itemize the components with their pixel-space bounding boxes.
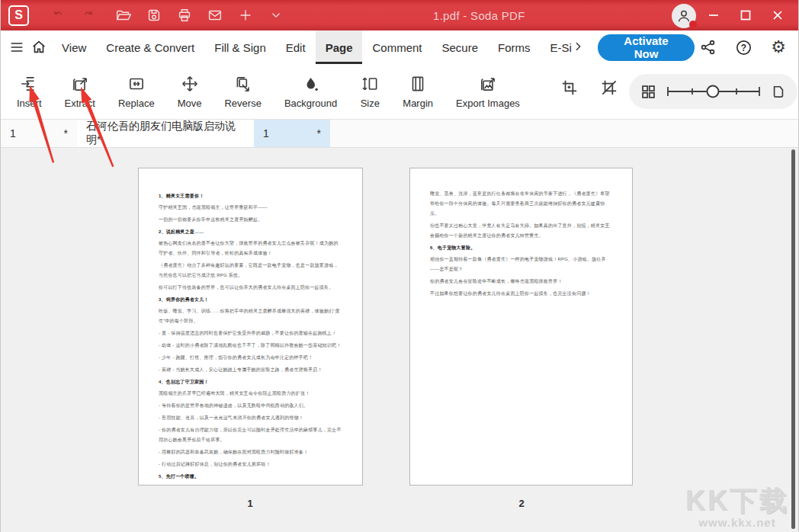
page-text-line: 6、电子宠物大冒险。	[430, 243, 612, 253]
soda-pdf-logo[interactable]: S	[8, 5, 29, 26]
page-text-line: 1、精灵女王需要你！	[159, 191, 342, 201]
window-title: 1.pdf - Soda PDF	[433, 0, 525, 30]
tab-create-convert[interactable]: Create & Convert	[96, 30, 204, 64]
menubar-right-icons: ? ⚙	[695, 34, 798, 61]
tab-forms[interactable]: Forms	[488, 30, 541, 64]
vertical-scrollbar[interactable]	[791, 149, 795, 529]
page-margin-icon	[408, 74, 428, 94]
page-text-line: - 用最好的武器和装备武装她，确保她在面对黑暗势力时随时做好准备！	[159, 447, 342, 457]
page-text-line: 3、饲养你的勇者女儿！	[159, 295, 342, 305]
replace-button[interactable]: Replace	[107, 74, 166, 109]
chevron-down-icon[interactable]	[261, 0, 291, 30]
open-file-icon[interactable]	[108, 0, 139, 30]
page-text-line: 守护精灵王国，击退黑暗领主，让世界重获和平——	[159, 203, 342, 213]
page-text-line: 你的勇者女儿拥有拯救世界的潜力，但这并不需要过多的关注。	[159, 483, 342, 486]
tab-secure[interactable]: Secure	[432, 30, 489, 64]
user-avatar[interactable]	[672, 4, 696, 28]
page-text-line: 但也不要太过粗心大意，毕竟人有失足马有失蹄。如果真的出了意外，别慌，精灵女王会赐…	[430, 221, 612, 241]
zoom-controls	[629, 74, 797, 109]
page-text-line: 2、说起精灵之蛋……	[159, 227, 342, 237]
export-images-icon	[478, 74, 498, 94]
document-tabbar: 1 * 石河伦吾的朋友们电脑版启动说明* 1 *	[1, 119, 798, 148]
page-text-line: - 等待着你的是世界各地的神秘遗迹，以及无数暗中伺机而动的敌人们。	[159, 401, 342, 411]
page-text-line: 不过如果你想要让你的勇者女儿待在桌面上陪你一起摸鱼，也完全没有问题！	[430, 289, 612, 299]
help-icon[interactable]: ?	[730, 34, 757, 61]
page-text-line: 一切的一切都要从你手中这枚精灵之蛋开始孵起。	[159, 215, 342, 225]
insert-page-icon	[19, 74, 39, 94]
page-text-line: 4、也别忘了守卫家园！	[159, 377, 342, 387]
page-text-line: 相信你一直期待着一款像《勇者蛋生》一样的电子宠物游戏！RPG、小游戏、放任养——…	[430, 255, 612, 274]
print-icon[interactable]	[169, 0, 200, 30]
chevron-right-icon[interactable]	[572, 34, 584, 61]
hamburger-menu-icon[interactable]	[8, 34, 26, 61]
maximize-icon[interactable]	[730, 0, 762, 30]
soda-pdf-window: S 1.pdf - Soda PDF	[0, 0, 799, 532]
tab-page[interactable]: Page	[316, 30, 363, 64]
pdf-page-2[interactable]: 睡觉、觅食、洗澡，甚至是执行任务都将在非常休闲的节奏下进行，《勇者蛋生》希望带给…	[409, 168, 633, 486]
save-icon[interactable]	[139, 0, 169, 30]
doc-tab-1[interactable]: 1 *	[1, 120, 77, 147]
page-text-line: 5、先打一个喷嚏。	[159, 472, 342, 482]
insert-button[interactable]: Insert	[5, 74, 53, 109]
tab-comment[interactable]: Comment	[362, 30, 432, 64]
doc-tab-2[interactable]: 石河伦吾的朋友们电脑版启动说明*	[77, 120, 254, 147]
close-icon[interactable]	[762, 0, 794, 30]
tab-fill-sign[interactable]: Fill & Sign	[204, 30, 276, 64]
tab-edit[interactable]: Edit	[276, 30, 316, 64]
export-images-button[interactable]: Export Images	[444, 74, 531, 109]
page-number-2: 2	[506, 498, 537, 509]
crop-remove-icon[interactable]	[589, 78, 629, 100]
page-text-line: - 善用技能、道具，以及一点点运气来消灭你的勇者女儿遇到的怪物！	[159, 413, 342, 423]
zoom-slider-thumb	[707, 86, 718, 98]
pdf-page-1[interactable]: 1、精灵女王需要你！守护精灵王国，击退黑暗领主，让世界重获和平——一切的一切都要…	[138, 168, 363, 486]
tab-e-sign[interactable]: E-Sign	[541, 30, 572, 64]
grid-view-icon[interactable]	[640, 84, 656, 100]
minimize-icon[interactable]	[698, 0, 730, 30]
notification-dot	[689, 21, 697, 28]
margin-button[interactable]: Margin	[391, 74, 444, 109]
doc-tab-label: 石河伦吾的朋友们电脑版启动说明*	[86, 120, 239, 147]
page-text-line: - 你的勇者女儿有自理能力哒，所以你完全可以随时走开处理生活中的麻烦事儿，完全不…	[159, 425, 342, 445]
home-icon[interactable]	[30, 34, 48, 61]
window-controls	[698, 0, 794, 30]
page-text-line: - 英雄 - 当她长大成人，安心让她踏上专属于她的冒险之路，勇者生涯将开启！	[159, 365, 342, 375]
watermark-title: KK下载	[685, 486, 789, 516]
document-canvas: 1、精灵女王需要你！守护精灵王国，击退黑暗领主，让世界重获和平——一切的一切都要…	[1, 148, 798, 532]
page-text-line: - 少年 - 跑腿、打怪、推理，指引你的勇者女儿成长为命中注定的样子吧！	[159, 353, 342, 363]
doc-tab-label: 1	[10, 127, 16, 139]
page-text-line: 黑暗领主的爪牙早已经遍布大陆，精灵女王命令你阻止黑暗势力的扩张！	[159, 389, 342, 399]
extract-page-icon	[70, 74, 90, 94]
page-text-line: 吃饭、睡觉、学习、训练……你将把手中的精灵之蛋孵养成最强大的英雄，体验她们“蛋生…	[159, 306, 342, 326]
reverse-button[interactable]: Reverse	[213, 74, 272, 109]
extract-button[interactable]: Extract	[53, 74, 107, 109]
activate-now-button[interactable]: Activate Now	[598, 34, 695, 61]
share-icon[interactable]	[695, 34, 722, 61]
page-toolbar: Insert Extract Replace Move Reverse	[1, 64, 798, 119]
doc-tab-label: 1	[263, 127, 269, 139]
unsaved-indicator: *	[317, 127, 321, 139]
doc-tab-3-active[interactable]: 1 *	[254, 120, 330, 147]
reverse-page-icon	[233, 74, 253, 94]
site-watermark: KK下载 www.kkx.net	[685, 486, 789, 529]
email-icon[interactable]	[200, 0, 230, 30]
page-text-line: - 蛋 - 保持温度适宜的同时也要保护它免受外界的威胁，不要让你的蛋输在起跑线上…	[159, 328, 342, 338]
undo-icon[interactable]	[43, 0, 73, 30]
background-button[interactable]: Background	[273, 74, 348, 109]
redo-icon[interactable]	[73, 0, 104, 30]
crop-add-icon[interactable]	[550, 78, 589, 100]
page-number-1: 1	[235, 498, 265, 509]
add-icon[interactable]	[230, 0, 261, 30]
page-size-icon	[360, 74, 380, 94]
page-text-line: - 行动过后记得好好休息，别让你的勇者女儿累坏啦！	[159, 460, 342, 470]
settings-gear-icon[interactable]: ⚙	[765, 34, 792, 61]
menubar: View Create & Convert Fill & Sign Edit P…	[1, 30, 798, 64]
zoom-slider[interactable]	[665, 82, 762, 101]
page-text-line: 被热心网友们点名的蛋不会让你失望，拯救世界的勇者女儿怎么会被丢弃呢！成为她的守护…	[159, 239, 342, 258]
watermark-url: www.kkx.net	[685, 516, 789, 529]
tab-view[interactable]: View	[52, 30, 96, 64]
size-button[interactable]: Size	[348, 74, 391, 109]
single-page-view-icon[interactable]	[771, 83, 786, 100]
page-text-line: 你可以打下传统装备的世界，也可以让你养大的勇者女儿待在桌面上陪你一起摸鱼。	[159, 283, 342, 293]
replace-page-icon	[127, 74, 146, 94]
move-button[interactable]: Move	[166, 74, 213, 109]
